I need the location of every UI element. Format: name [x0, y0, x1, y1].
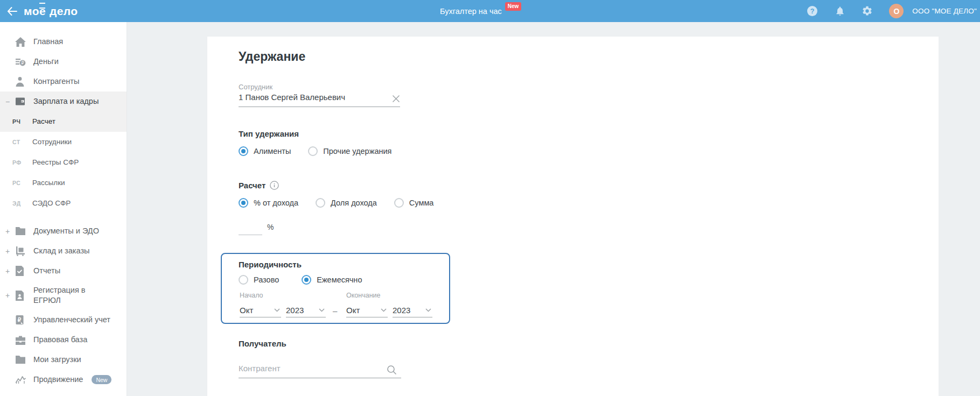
expand-icon[interactable]: +: [4, 228, 11, 235]
item-abbr: РЧ: [12, 118, 26, 125]
withholding-type-heading: Тип удержания: [239, 129, 299, 138]
collapse-icon[interactable]: −: [4, 98, 11, 105]
start-month-select[interactable]: Окт: [240, 303, 281, 317]
radio-icon: [239, 275, 248, 285]
withholding-form-card: Удержание Сотрудник Тип удержания Алимен…: [207, 37, 939, 396]
end-label: Окончание: [346, 292, 381, 299]
bell-icon: [835, 5, 845, 17]
radio-share-of-income[interactable]: Доля дохода: [316, 198, 377, 208]
radio-amount[interactable]: Сумма: [394, 198, 434, 208]
help-icon: ?: [807, 5, 818, 17]
new-badge: New: [505, 2, 522, 11]
sidebar-item-dengi[interactable]: ₽ Деньги: [0, 52, 127, 72]
person-icon: [15, 76, 27, 87]
top-header: моедело Бухгалтер на час New ?: [0, 0, 980, 22]
sidebar-item-reestry-sfr[interactable]: РФ Реестры СФР: [0, 152, 127, 173]
sidebar-item-raschet[interactable]: РЧ Расчет: [0, 111, 127, 132]
radio-other-withholdings[interactable]: Прочие удержания: [308, 146, 391, 156]
help-button[interactable]: ?: [807, 5, 818, 17]
trolley-icon: [15, 246, 27, 257]
wallet-icon: [15, 96, 27, 107]
start-year-select[interactable]: 2023: [286, 303, 326, 317]
recipient-heading: Получатель: [239, 339, 286, 348]
radio-once[interactable]: Разово: [239, 275, 279, 285]
sidebar-item-glavnaya[interactable]: Главная: [0, 32, 127, 52]
periodicity-radios: Разово Ежемесячно: [239, 275, 362, 285]
expand-icon[interactable]: +: [4, 292, 11, 299]
new-badge: New: [92, 375, 111, 384]
item-abbr: СТ: [12, 139, 26, 145]
sidebar-item-rassylki[interactable]: РС Рассылки: [0, 173, 127, 193]
calculation-heading: Расчет: [239, 181, 279, 190]
promo-label[interactable]: Бухгалтер на час: [440, 7, 502, 16]
periodicity-section: Периодичность Разово Ежемесячно Начало О…: [221, 253, 450, 324]
home-icon: [15, 37, 27, 47]
sidebar-item-sedo-sfr[interactable]: ЭД СЭДО СФР: [0, 193, 127, 214]
clear-icon[interactable]: [392, 95, 400, 103]
percent-input[interactable]: [239, 221, 262, 235]
folder-icon: [15, 226, 27, 237]
radio-icon: [394, 198, 404, 208]
pulse-chart-icon: [15, 374, 27, 385]
radio-icon: [239, 198, 248, 208]
employee-input[interactable]: [239, 93, 400, 107]
sidebar-item-otchety[interactable]: + Отчеты: [0, 261, 127, 281]
active-section: − Зарплата и кадры РЧ Расчет: [0, 91, 127, 132]
item-abbr: РФ: [12, 159, 26, 166]
moe-delo-logo[interactable]: моедело: [24, 5, 78, 18]
promo-link[interactable]: Бухгалтер на час New: [440, 0, 521, 22]
sidebar-item-upravlencheskiy-uchet[interactable]: ₽ Управленческий учет: [0, 310, 127, 330]
app-window: моедело Бухгалтер на час New ?: [0, 0, 980, 396]
start-label: Начало: [240, 292, 263, 299]
radio-monthly[interactable]: Ежемесячно: [302, 275, 362, 285]
expand-icon[interactable]: +: [4, 247, 11, 255]
sidebar-item-sotrudniki[interactable]: СТ Сотрудники: [0, 132, 127, 152]
sidebar-nav: Главная ₽ Деньги Контрагенты − Зарплата …: [0, 22, 127, 396]
report-check-icon: [15, 266, 27, 277]
svg-text:₽: ₽: [21, 61, 24, 66]
back-arrow-icon: [7, 7, 17, 16]
search-icon[interactable]: [387, 365, 397, 375]
main-area: Удержание Сотрудник Тип удержания Алимен…: [127, 22, 980, 396]
employee-label: Сотрудник: [239, 83, 272, 91]
radio-icon: [316, 198, 325, 208]
chevron-down-icon: [274, 308, 280, 312]
sidebar-item-registraciya-v-egryul[interactable]: + Регистрация в ЕГРЮЛ: [0, 281, 127, 310]
avatar[interactable]: О: [889, 4, 904, 18]
end-month-select[interactable]: Окт: [346, 303, 388, 317]
sidebar-item-prodvizhenie[interactable]: Продвижение New: [0, 370, 127, 390]
percent-suffix: %: [267, 223, 274, 231]
briefcase-icon: [15, 335, 27, 345]
money-icon: ₽: [15, 56, 27, 67]
doc-person-icon: [15, 290, 27, 301]
radio-icon: [302, 275, 311, 285]
sidebar-item-zarplata-i-kadry[interactable]: − Зарплата и кадры: [0, 91, 127, 111]
periodicity-heading: Периодичность: [239, 260, 302, 269]
sidebar-item-kontragenty[interactable]: Контрагенты: [0, 72, 127, 91]
expand-icon[interactable]: +: [4, 267, 11, 275]
radio-alimony[interactable]: Алименты: [239, 146, 291, 156]
settings-button[interactable]: [862, 5, 873, 17]
sidebar-item-pravovaya-baza[interactable]: Правовая база: [0, 330, 127, 350]
notifications-button[interactable]: [834, 5, 845, 17]
page-title: Удержание: [239, 49, 305, 64]
sidebar-item-moi-zagruzki[interactable]: Мои загрузки: [0, 350, 127, 370]
radio-icon: [308, 146, 318, 156]
chevron-down-icon: [381, 308, 387, 312]
chevron-down-icon: [319, 308, 325, 312]
item-abbr: РС: [12, 180, 26, 186]
withholding-type-radios: Алименты Прочие удержания: [239, 146, 391, 156]
item-abbr: ЭД: [12, 200, 26, 207]
doc-ruble-icon: ₽: [15, 315, 27, 326]
end-year-select[interactable]: 2023: [393, 303, 432, 317]
sidebar-item-sklad-i-zakazy[interactable]: + Склад и заказы: [0, 241, 127, 261]
sidebar-item-dokumenty-i-edo[interactable]: + Документы и ЭДО: [0, 221, 127, 241]
calculation-radios: % от дохода Доля дохода Сумма: [239, 198, 433, 208]
chevron-down-icon: [425, 308, 431, 312]
radio-percent-of-income[interactable]: % от дохода: [239, 198, 298, 208]
company-name[interactable]: ООО "МОЕ ДЕЛО": [912, 7, 977, 15]
back-button[interactable]: [0, 0, 24, 22]
info-icon[interactable]: [270, 181, 279, 190]
radio-icon: [239, 146, 248, 156]
counterparty-input[interactable]: [239, 364, 401, 378]
